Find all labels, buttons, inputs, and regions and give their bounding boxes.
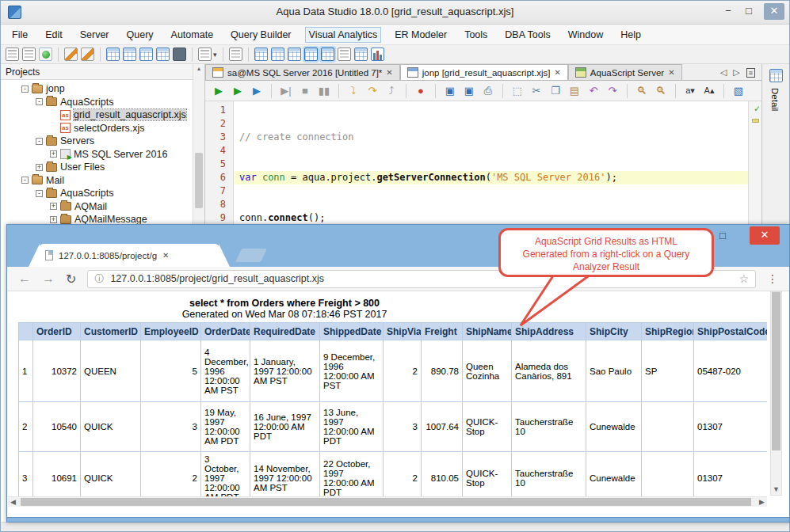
copy-icon[interactable]: ❐ [548,85,563,97]
new-document-dropdown-icon[interactable]: ▾ [213,51,217,59]
undo-icon[interactable]: ↶ [586,85,601,97]
tree-item-aquascripts[interactable]: -AquaScripts [1,96,204,109]
close-tab-icon[interactable]: ✕ [386,68,392,77]
find-replace-icon[interactable]: 🔍︎ [654,85,668,97]
form-view-icon[interactable] [271,48,284,61]
expander-icon[interactable]: + [50,150,57,158]
expander-icon[interactable]: - [21,86,29,93]
menu-automate[interactable]: Automate [171,29,214,40]
org-chart-icon[interactable] [354,48,368,61]
expander-icon[interactable]: + [36,164,43,171]
menu-server[interactable]: Server [80,29,109,40]
vertical-scrollbar[interactable]: ▼ [770,291,782,496]
tree-item-servers[interactable]: -Servers [1,135,204,148]
tree-item-aqmail[interactable]: +AQMail [1,200,204,214]
schema-wizard-icon[interactable] [81,48,94,61]
connect-server-icon[interactable] [39,48,52,61]
expander-icon[interactable]: - [36,98,43,105]
tab-list-icon[interactable]: ≡ [746,68,755,78]
scroll-left-icon[interactable]: ◀ [10,497,16,507]
find-icon[interactable]: 🔍︎ [635,85,649,97]
expander-icon[interactable]: - [36,190,43,197]
menu-er-modeler[interactable]: ER Modeler [395,29,447,40]
remove-project-icon[interactable] [22,48,36,61]
menu-dba-tools[interactable]: DBA Tools [505,29,550,40]
scroll-down-icon[interactable]: ▼ [771,484,781,495]
expander-icon[interactable]: - [21,177,29,184]
tree-item-grid-result-aquascript[interactable]: asgrid_result_aquascript.xjs [1,108,204,122]
tree-item-mail[interactable]: -Mail [1,174,204,188]
tree-item-ms-sql-server[interactable]: +MS SQL Server 2016 [1,148,204,162]
increase-font-icon[interactable]: A▴ [702,86,716,96]
server-window-icon[interactable] [173,48,186,61]
menu-edit[interactable]: Edit [45,29,63,40]
tab-untitled7[interactable]: sa@MS SQL Server 2016 [Untitled 7]*✕ [205,64,400,80]
menu-file[interactable]: File [12,29,28,40]
close-icon[interactable]: ✕ [764,3,784,20]
redo-icon[interactable]: ↷ [605,85,620,97]
script-icon[interactable] [229,48,242,61]
tree-item-mail-aquascripts[interactable]: -AquaScripts [1,187,204,200]
import-wizard-icon[interactable] [64,48,78,61]
expander-icon[interactable]: + [50,216,57,223]
menu-window[interactable]: Window [568,29,603,40]
schema-browser-icon[interactable] [139,48,153,61]
grid-results-icon[interactable] [304,48,318,61]
menu-visual-analytics[interactable]: Visual Analytics [306,28,381,42]
run-icon[interactable]: ▶ [212,85,226,97]
back-icon[interactable]: ← [18,272,31,286]
run-in-browser-icon[interactable]: ▶ [250,85,264,97]
close-tab-icon[interactable]: ✕ [554,68,560,77]
next-tab-icon[interactable]: ▷ [733,67,739,78]
pause-icon[interactable]: ▮▮ [317,85,331,97]
tab-grid-result-aquascript[interactable]: jonp [grid_result_aquascript.xjs]✕ [400,64,568,80]
tree-item-user-files[interactable]: +User Files [1,161,204,174]
reload-icon[interactable]: ↻ [66,272,76,287]
menu-query-builder[interactable]: Query Builder [231,29,291,40]
menu-query[interactable]: Query [127,29,154,40]
prev-tab-icon[interactable]: ◁ [720,67,727,78]
query-window-icon[interactable] [123,48,136,61]
step-icon[interactable]: ▶| [279,85,293,97]
menu-tools[interactable]: Tools [464,29,487,40]
run-with-options-icon[interactable]: ▶ [231,85,245,97]
url-text[interactable]: 127.0.0.1:8085/project/grid_result_aquas… [110,273,324,284]
scroll-right-icon[interactable]: ▶ [759,497,765,507]
close-tab-icon[interactable]: ✕ [668,68,674,77]
maximize-icon[interactable]: □ [713,229,732,243]
print-icon[interactable]: ⎙ [481,85,495,97]
horizontal-scrollbar[interactable]: ◀ ▶ [8,496,767,507]
detail-tab[interactable]: Detail [770,88,780,111]
forward-icon[interactable]: → [42,272,55,286]
options-panel-icon[interactable]: ▧ [731,85,746,97]
step-over-icon[interactable]: ↷ [365,85,380,97]
step-out-icon[interactable]: ⤴ [384,85,399,97]
maximize-icon[interactable]: □ [738,3,759,20]
column-view-icon[interactable] [288,48,301,61]
step-into-icon[interactable]: ⤵ [346,85,361,97]
new-tab-button[interactable] [235,249,267,262]
text-results-icon[interactable] [338,48,351,61]
browser-tab[interactable]: 127.0.0.1:8085/project/g ✕ [39,244,219,267]
query-analyzer-icon[interactable] [106,48,120,61]
tab-aquascript-server[interactable]: AquaScript Server✕ [568,64,682,80]
cascade-windows-icon[interactable] [156,48,170,61]
save-all-icon[interactable]: ▣ [462,85,476,97]
bookmark-star-icon[interactable]: ☆ [738,272,749,285]
menu-help[interactable]: Help [620,29,641,40]
tree-item-selectorders[interactable]: asselectOrders.xjs [1,122,204,135]
detail-grid-icon[interactable] [769,69,783,82]
browser-menu-icon[interactable]: ⋮ [767,272,778,285]
scrollbar-thumb[interactable] [772,292,780,450]
stop-icon[interactable]: ■ [298,85,312,97]
select-icon[interactable]: ⬚ [510,85,525,97]
pivot-grid-icon[interactable] [321,48,334,61]
breakpoint-icon[interactable]: ● [414,85,428,97]
close-icon[interactable]: ✕ [750,226,780,245]
expander-icon[interactable]: - [36,138,43,145]
minimize-icon[interactable]: − [718,3,738,20]
cut-icon[interactable]: ✂ [529,85,544,97]
scrollbar-thumb[interactable] [21,498,751,506]
close-tab-icon[interactable]: ✕ [162,251,169,260]
save-icon[interactable]: ▣ [443,85,457,97]
